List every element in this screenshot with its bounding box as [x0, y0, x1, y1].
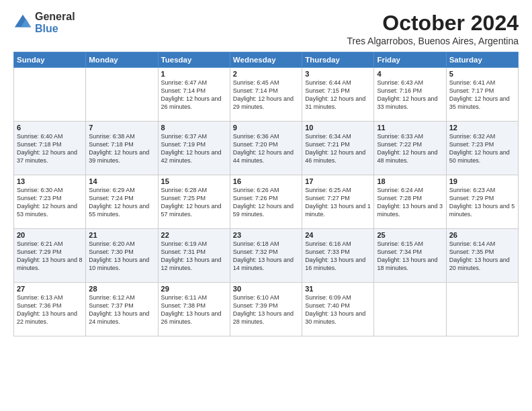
day-number: 19	[449, 177, 515, 185]
calendar-cell: 4Sunrise: 6:43 AM Sunset: 7:16 PM Daylig…	[374, 68, 446, 122]
day-info: Sunrise: 6:14 AM Sunset: 7:35 PM Dayligh…	[449, 240, 515, 273]
calendar-cell: 16Sunrise: 6:26 AM Sunset: 7:26 PM Dayli…	[230, 175, 302, 229]
calendar-cell: 13Sunrise: 6:30 AM Sunset: 7:23 PM Dayli…	[14, 175, 86, 229]
calendar-cell: 10Sunrise: 6:34 AM Sunset: 7:21 PM Dayli…	[302, 122, 374, 175]
calendar-cell: 1Sunrise: 6:47 AM Sunset: 7:14 PM Daylig…	[158, 68, 230, 122]
day-number: 14	[89, 177, 154, 185]
day-info: Sunrise: 6:11 AM Sunset: 7:38 PM Dayligh…	[161, 293, 227, 326]
day-number: 18	[377, 177, 443, 185]
calendar-table: Sunday Monday Tuesday Wednesday Thursday…	[13, 52, 519, 336]
logo-general-text: General	[35, 11, 75, 23]
day-info: Sunrise: 6:15 AM Sunset: 7:34 PM Dayligh…	[377, 240, 443, 273]
day-number: 8	[161, 124, 227, 132]
calendar-cell: 18Sunrise: 6:24 AM Sunset: 7:28 PM Dayli…	[374, 175, 446, 229]
day-info: Sunrise: 6:36 AM Sunset: 7:20 PM Dayligh…	[233, 132, 299, 165]
calendar-cell: 9Sunrise: 6:36 AM Sunset: 7:20 PM Daylig…	[230, 122, 302, 175]
day-number: 22	[161, 231, 227, 239]
day-info: Sunrise: 6:20 AM Sunset: 7:30 PM Dayligh…	[89, 240, 154, 273]
col-wednesday: Wednesday	[230, 52, 302, 68]
calendar-cell	[374, 283, 446, 336]
day-info: Sunrise: 6:30 AM Sunset: 7:23 PM Dayligh…	[17, 186, 83, 219]
day-number: 16	[233, 177, 299, 185]
calendar-cell: 26Sunrise: 6:14 AM Sunset: 7:35 PM Dayli…	[446, 229, 518, 283]
day-info: Sunrise: 6:24 AM Sunset: 7:28 PM Dayligh…	[377, 186, 443, 219]
day-number: 13	[17, 177, 83, 185]
calendar-body: 1Sunrise: 6:47 AM Sunset: 7:14 PM Daylig…	[14, 68, 519, 336]
day-info: Sunrise: 6:29 AM Sunset: 7:24 PM Dayligh…	[89, 186, 154, 219]
day-info: Sunrise: 6:33 AM Sunset: 7:22 PM Dayligh…	[377, 132, 443, 165]
day-info: Sunrise: 6:25 AM Sunset: 7:27 PM Dayligh…	[305, 186, 371, 219]
calendar-cell: 31Sunrise: 6:09 AM Sunset: 7:40 PM Dayli…	[302, 283, 374, 336]
day-number: 17	[305, 177, 371, 185]
day-info: Sunrise: 6:44 AM Sunset: 7:15 PM Dayligh…	[305, 79, 371, 111]
calendar-cell: 25Sunrise: 6:15 AM Sunset: 7:34 PM Dayli…	[374, 229, 446, 283]
logo: General Blue	[13, 11, 75, 34]
calendar-cell: 23Sunrise: 6:18 AM Sunset: 7:32 PM Dayli…	[230, 229, 302, 283]
calendar-cell: 11Sunrise: 6:33 AM Sunset: 7:22 PM Dayli…	[374, 122, 446, 175]
day-info: Sunrise: 6:38 AM Sunset: 7:18 PM Dayligh…	[89, 132, 154, 165]
day-number: 3	[305, 70, 371, 78]
day-number: 10	[305, 124, 371, 132]
col-tuesday: Tuesday	[158, 52, 230, 68]
day-number: 28	[89, 285, 154, 293]
day-info: Sunrise: 6:47 AM Sunset: 7:14 PM Dayligh…	[161, 79, 227, 111]
day-number: 31	[305, 285, 371, 293]
day-number: 29	[161, 285, 227, 293]
calendar-cell: 14Sunrise: 6:29 AM Sunset: 7:24 PM Dayli…	[86, 175, 158, 229]
calendar-cell: 30Sunrise: 6:10 AM Sunset: 7:39 PM Dayli…	[230, 283, 302, 336]
day-number: 5	[449, 70, 515, 78]
calendar-cell: 17Sunrise: 6:25 AM Sunset: 7:27 PM Dayli…	[302, 175, 374, 229]
day-info: Sunrise: 6:23 AM Sunset: 7:29 PM Dayligh…	[449, 186, 515, 219]
header-row: Sunday Monday Tuesday Wednesday Thursday…	[14, 52, 519, 68]
week-row-4: 20Sunrise: 6:21 AM Sunset: 7:29 PM Dayli…	[14, 229, 519, 283]
day-number: 25	[377, 231, 443, 239]
day-info: Sunrise: 6:40 AM Sunset: 7:18 PM Dayligh…	[17, 132, 83, 165]
day-number: 26	[449, 231, 515, 239]
day-number: 24	[305, 231, 371, 239]
logo-blue-text: Blue	[35, 23, 75, 35]
day-number: 23	[233, 231, 299, 239]
calendar-cell	[446, 283, 518, 336]
day-info: Sunrise: 6:32 AM Sunset: 7:23 PM Dayligh…	[449, 132, 515, 165]
day-info: Sunrise: 6:28 AM Sunset: 7:25 PM Dayligh…	[161, 186, 227, 219]
col-friday: Friday	[374, 52, 446, 68]
calendar-cell: 21Sunrise: 6:20 AM Sunset: 7:30 PM Dayli…	[86, 229, 158, 283]
day-number: 7	[89, 124, 154, 132]
day-number: 9	[233, 124, 299, 132]
day-number: 1	[161, 70, 227, 78]
day-number: 11	[377, 124, 443, 132]
calendar-cell: 29Sunrise: 6:11 AM Sunset: 7:38 PM Dayli…	[158, 283, 230, 336]
week-row-1: 1Sunrise: 6:47 AM Sunset: 7:14 PM Daylig…	[14, 68, 519, 122]
calendar-cell: 28Sunrise: 6:12 AM Sunset: 7:37 PM Dayli…	[86, 283, 158, 336]
day-info: Sunrise: 6:34 AM Sunset: 7:21 PM Dayligh…	[305, 132, 371, 165]
logo-text: General Blue	[35, 11, 75, 34]
calendar-cell: 3Sunrise: 6:44 AM Sunset: 7:15 PM Daylig…	[302, 68, 374, 122]
day-info: Sunrise: 6:26 AM Sunset: 7:26 PM Dayligh…	[233, 186, 299, 219]
day-info: Sunrise: 6:45 AM Sunset: 7:14 PM Dayligh…	[233, 79, 299, 111]
day-info: Sunrise: 6:18 AM Sunset: 7:32 PM Dayligh…	[233, 240, 299, 273]
col-monday: Monday	[86, 52, 158, 68]
col-sunday: Sunday	[14, 52, 86, 68]
week-row-2: 6Sunrise: 6:40 AM Sunset: 7:18 PM Daylig…	[14, 122, 519, 175]
calendar-cell: 15Sunrise: 6:28 AM Sunset: 7:25 PM Dayli…	[158, 175, 230, 229]
day-info: Sunrise: 6:43 AM Sunset: 7:16 PM Dayligh…	[377, 79, 443, 111]
calendar-cell: 19Sunrise: 6:23 AM Sunset: 7:29 PM Dayli…	[446, 175, 518, 229]
calendar-header: Sunday Monday Tuesday Wednesday Thursday…	[14, 52, 519, 68]
calendar-cell: 7Sunrise: 6:38 AM Sunset: 7:18 PM Daylig…	[86, 122, 158, 175]
day-number: 12	[449, 124, 515, 132]
day-info: Sunrise: 6:41 AM Sunset: 7:17 PM Dayligh…	[449, 79, 515, 111]
day-number: 15	[161, 177, 227, 185]
week-row-5: 27Sunrise: 6:13 AM Sunset: 7:36 PM Dayli…	[14, 283, 519, 336]
col-saturday: Saturday	[446, 52, 518, 68]
day-info: Sunrise: 6:12 AM Sunset: 7:37 PM Dayligh…	[89, 293, 154, 326]
title-block: October 2024 Tres Algarrobos, Buenos Air…	[347, 11, 519, 46]
calendar-cell: 22Sunrise: 6:19 AM Sunset: 7:31 PM Dayli…	[158, 229, 230, 283]
location: Tres Algarrobos, Buenos Aires, Argentina	[347, 36, 519, 46]
day-number: 20	[17, 231, 83, 239]
calendar-cell: 12Sunrise: 6:32 AM Sunset: 7:23 PM Dayli…	[446, 122, 518, 175]
day-info: Sunrise: 6:13 AM Sunset: 7:36 PM Dayligh…	[17, 293, 83, 326]
calendar-cell: 8Sunrise: 6:37 AM Sunset: 7:19 PM Daylig…	[158, 122, 230, 175]
day-info: Sunrise: 6:37 AM Sunset: 7:19 PM Dayligh…	[161, 132, 227, 165]
calendar-cell: 6Sunrise: 6:40 AM Sunset: 7:18 PM Daylig…	[14, 122, 86, 175]
week-row-3: 13Sunrise: 6:30 AM Sunset: 7:23 PM Dayli…	[14, 175, 519, 229]
